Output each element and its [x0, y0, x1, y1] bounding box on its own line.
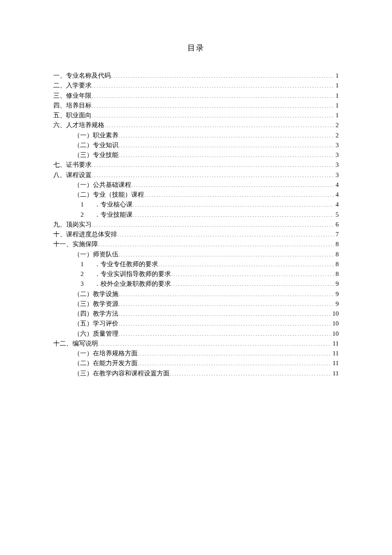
toc-title: 目录	[53, 43, 339, 53]
toc-entry-page: 11	[331, 349, 339, 358]
toc-entry-label: （三）教学资源	[74, 299, 118, 309]
toc-entry-label: （一）师资队伍	[74, 250, 118, 259]
toc-entry-page: 3	[334, 160, 339, 170]
toc-entry[interactable]: （四）教学方法10	[53, 309, 339, 319]
toc-leader-dots	[104, 121, 334, 127]
toc-entry[interactable]: 十、课程进度总体安排7	[53, 230, 339, 239]
toc-entry[interactable]: 2．专业实训指导教师的要求8	[53, 269, 339, 279]
toc-entry-label: ．专业专任教师的要求	[94, 259, 158, 269]
toc-list: 一、专业名称及代码1二、入学要求1三、修业年限1四、培养目标1五、职业面向1六、…	[53, 71, 339, 378]
toc-entry[interactable]: 2．专业技能课5	[53, 210, 339, 220]
toc-leader-dots	[111, 71, 334, 78]
toc-entry-page: 2	[334, 131, 339, 140]
toc-entry[interactable]: （二）在能力开发方面11	[53, 358, 339, 368]
toc-leader-dots	[92, 91, 334, 98]
toc-entry[interactable]: （六）质量管理10	[53, 329, 339, 339]
toc-leader-dots	[133, 200, 334, 206]
toc-leader-dots	[118, 290, 334, 296]
toc-entry-number: 1	[81, 259, 88, 269]
toc-leader-dots	[92, 111, 334, 117]
toc-entry[interactable]: 六、人才培养规格2	[53, 120, 339, 130]
toc-entry[interactable]: （一）在培养规格方面11	[53, 349, 339, 358]
toc-entry-label: 三、修业年限	[53, 91, 92, 101]
toc-entry[interactable]: 三、修业年限1	[53, 91, 339, 101]
toc-leader-dots	[118, 131, 334, 137]
toc-entry-number: 3	[81, 279, 88, 289]
toc-entry-page: 3	[334, 170, 339, 180]
toc-entry[interactable]: （三）教学资源9	[53, 299, 339, 309]
toc-entry[interactable]: （一）职业素养2	[53, 131, 339, 140]
toc-entry-page: 4	[334, 200, 339, 209]
toc-entry-page: 9	[334, 299, 339, 309]
toc-entry[interactable]: 3．校外企业兼职教师的要求9	[53, 279, 339, 289]
toc-entry[interactable]: （五）学习评价10	[53, 319, 339, 328]
toc-entry[interactable]: （三）专业技能3	[53, 150, 339, 160]
toc-entry-page: 1	[334, 101, 339, 110]
toc-entry[interactable]: 十一、实施保障8	[53, 239, 339, 249]
toc-entry-label: 二、入学要求	[53, 81, 92, 90]
toc-entry-page: 4	[334, 190, 339, 200]
toc-entry[interactable]: 七、证书要求3	[53, 160, 339, 170]
toc-entry-page: 11	[331, 339, 339, 349]
toc-leader-dots	[138, 359, 331, 365]
toc-entry[interactable]: 1．专业核心课4	[53, 200, 339, 209]
toc-entry-label: （二）在能力开发方面	[74, 358, 138, 368]
toc-leader-dots	[92, 171, 334, 177]
toc-leader-dots	[138, 349, 331, 355]
toc-entry-label: （五）学习评价	[74, 319, 118, 328]
toc-entry[interactable]: 十二、编写说明11	[53, 339, 339, 349]
toc-leader-dots	[98, 339, 331, 346]
toc-entry-label: （三）专业技能	[74, 150, 118, 160]
toc-entry-page: 3	[334, 140, 339, 150]
toc-leader-dots	[171, 279, 334, 286]
toc-leader-dots	[92, 101, 334, 108]
toc-entry-page: 10	[331, 319, 339, 328]
toc-leader-dots	[98, 240, 334, 246]
toc-leader-dots	[92, 160, 334, 167]
toc-entry[interactable]: 二、入学要求1	[53, 81, 339, 90]
toc-leader-dots	[170, 369, 331, 375]
toc-leader-dots	[158, 260, 334, 266]
toc-leader-dots	[118, 141, 334, 147]
toc-leader-dots	[131, 180, 334, 187]
toc-leader-dots	[118, 299, 334, 306]
toc-entry-label: （二）专业（技能）课程	[74, 190, 144, 200]
toc-entry-page: 1	[334, 110, 339, 120]
toc-entry-page: 1	[334, 71, 339, 81]
toc-entry-page: 7	[334, 230, 339, 239]
toc-entry-number: 2	[81, 210, 88, 220]
toc-entry[interactable]: 九、顶岗实习6	[53, 220, 339, 230]
toc-entry-label: ．专业实训指导教师的要求	[94, 269, 171, 279]
toc-entry-label: 十二、编写说明	[53, 339, 98, 349]
toc-entry-label: ．校外企业兼职教师的要求	[94, 279, 171, 289]
toc-entry[interactable]: 一、专业名称及代码1	[53, 71, 339, 81]
toc-entry[interactable]: （二）专业（技能）课程4	[53, 190, 339, 200]
toc-entry-label: ．专业技能课	[94, 210, 133, 220]
toc-entry-page: 6	[334, 220, 339, 230]
toc-entry[interactable]: （二）教学设施9	[53, 289, 339, 299]
toc-entry-label: 十一、实施保障	[53, 239, 98, 249]
toc-entry-label: （四）教学方法	[74, 309, 118, 319]
toc-entry[interactable]: （三）在教学内容和课程设置方面11	[53, 369, 339, 378]
toc-entry-label: ．专业核心课	[94, 200, 133, 209]
toc-entry-page: 8	[334, 250, 339, 259]
toc-entry-label: （一）职业素养	[74, 131, 118, 140]
toc-entry-label: （六）质量管理	[74, 329, 118, 339]
toc-entry[interactable]: 五、职业面向1	[53, 110, 339, 120]
toc-entry-label: （二）教学设施	[74, 289, 118, 299]
toc-entry[interactable]: （一）师资队伍8	[53, 250, 339, 259]
toc-entry-page: 10	[331, 309, 339, 319]
toc-entry[interactable]: 四、培养目标1	[53, 101, 339, 110]
toc-entry[interactable]: （二）专业知识3	[53, 140, 339, 150]
toc-leader-dots	[117, 230, 334, 236]
toc-leader-dots	[144, 190, 334, 197]
toc-leader-dots	[118, 309, 331, 316]
toc-entry[interactable]: （一）公共基础课程4	[53, 180, 339, 190]
toc-entry-label: 四、培养目标	[53, 101, 92, 110]
toc-entry[interactable]: 八、课程设置3	[53, 170, 339, 180]
toc-leader-dots	[118, 250, 334, 256]
toc-entry-page: 5	[334, 210, 339, 220]
toc-entry-number: 2	[81, 269, 88, 279]
toc-entry[interactable]: 1．专业专任教师的要求8	[53, 259, 339, 269]
toc-entry-page: 8	[334, 239, 339, 249]
